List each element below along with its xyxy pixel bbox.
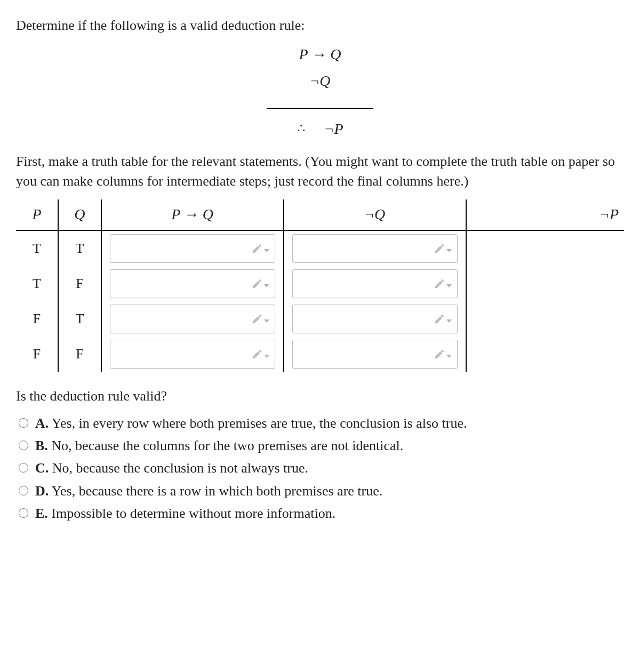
table-row: T T	[16, 230, 624, 266]
instructions-text: First, make a truth table for the releva…	[16, 152, 624, 191]
cell-P: T	[16, 230, 58, 266]
radio-B[interactable]	[19, 441, 28, 450]
header-notP: ¬P	[466, 199, 624, 230]
inference-line	[267, 108, 373, 109]
answer-input-r1c3[interactable]	[475, 235, 616, 262]
question-valid: Is the deduction rule valid?	[16, 387, 624, 406]
table-row: F F	[16, 337, 624, 372]
header-P: P	[16, 199, 58, 230]
pencil-icon	[434, 313, 452, 325]
cell-P: F	[16, 337, 58, 372]
premise-1: P → Q	[16, 44, 624, 65]
header-Q: Q	[58, 199, 101, 230]
pencil-icon	[251, 278, 269, 290]
answer-input-r1c2[interactable]	[292, 234, 458, 263]
answer-input-r4c3[interactable]	[475, 340, 616, 368]
answer-input-r2c3[interactable]	[475, 270, 616, 298]
table-row: F T	[16, 301, 624, 337]
table-row: T F	[16, 266, 624, 301]
pencil-icon	[251, 313, 269, 325]
cell-Q: F	[58, 266, 101, 301]
choice-A[interactable]: A. Yes, in every row where both premises…	[16, 414, 624, 433]
conclusion-row: ∴ ¬P	[297, 118, 343, 139]
cell-Q: F	[58, 337, 101, 372]
truth-table: P Q P → Q ¬Q ¬P T T T F F T	[16, 199, 624, 372]
answer-input-r3c3[interactable]	[475, 305, 616, 333]
pencil-icon	[434, 278, 452, 290]
header-notQ: ¬Q	[284, 199, 466, 230]
answer-input-r2c1[interactable]	[110, 269, 275, 298]
radio-A[interactable]	[19, 418, 28, 428]
pencil-icon	[251, 243, 269, 254]
answer-input-r2c2[interactable]	[292, 269, 458, 298]
cell-P: F	[16, 301, 58, 337]
answer-input-r4c1[interactable]	[110, 340, 275, 369]
pencil-icon	[434, 243, 452, 254]
answer-input-r3c1[interactable]	[110, 305, 275, 333]
cell-P: T	[16, 266, 58, 301]
answer-input-r4c2[interactable]	[292, 340, 458, 369]
choice-B-label: B. No, because the columns for the two p…	[35, 436, 403, 455]
answer-input-r1c1[interactable]	[110, 234, 275, 263]
pencil-icon	[251, 348, 269, 360]
choice-C-label: C. No, because the conclusion is not alw…	[35, 459, 308, 478]
intro-text: Determine if the following is a valid de…	[16, 16, 624, 35]
choice-D[interactable]: D. Yes, because there is a row in which …	[16, 482, 624, 501]
choice-B[interactable]: B. No, because the columns for the two p…	[16, 436, 624, 455]
premise-2: ¬Q	[16, 70, 624, 91]
radio-C[interactable]	[19, 463, 28, 473]
cell-Q: T	[58, 230, 101, 266]
therefore-symbol: ∴	[297, 120, 305, 138]
conclusion: ¬P	[324, 118, 343, 139]
radio-D[interactable]	[19, 486, 28, 495]
radio-E[interactable]	[19, 508, 28, 518]
cell-Q: T	[58, 301, 101, 337]
answer-input-r3c2[interactable]	[292, 305, 458, 333]
choice-E-label: E. Impossible to determine without more …	[35, 504, 335, 523]
pencil-icon	[434, 348, 452, 360]
header-PimpQ: P → Q	[101, 199, 284, 230]
choice-E[interactable]: E. Impossible to determine without more …	[16, 504, 624, 523]
deduction-rule: P → Q ¬Q ∴ ¬P	[16, 44, 624, 139]
choice-C[interactable]: C. No, because the conclusion is not alw…	[16, 459, 624, 478]
choice-D-label: D. Yes, because there is a row in which …	[35, 482, 382, 501]
choice-A-label: A. Yes, in every row where both premises…	[35, 414, 467, 433]
